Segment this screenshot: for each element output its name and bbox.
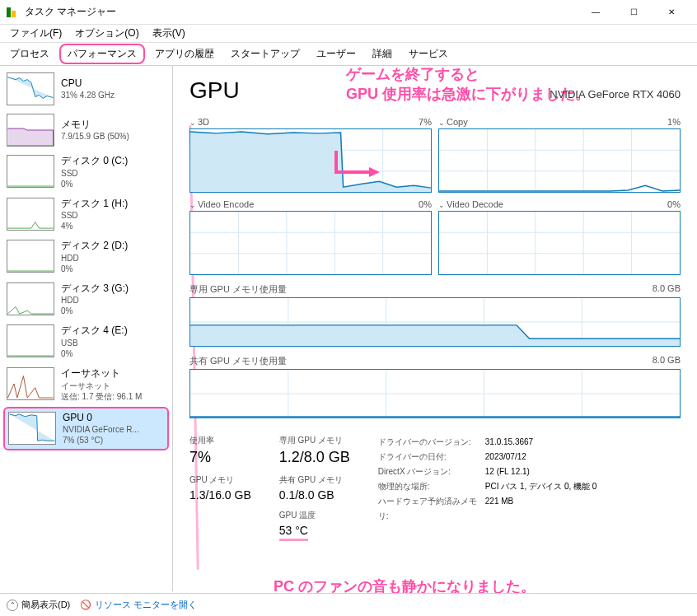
minimize-button[interactable]: — [577,0,615,25]
chevron-down-icon: ⌄ [189,201,196,209]
gpu-meta: ドライバーのバージョン:31.0.15.3667 ドライバーの日付:2023/0… [378,435,597,541]
disk2-thumbnail [7,240,54,273]
chevron-down-icon: ⌄ [438,201,445,209]
chart-3d-pct: 7% [419,117,432,127]
ethernet-thumbnail [7,367,54,400]
chart-encode-pct: 0% [419,199,432,209]
chevron-up-icon: ⌃ [7,600,18,611]
ethernet-sub2: 送信: 1.7 受信: 96.1 M [61,391,166,402]
chart-encode-label[interactable]: ⌄Video Encode [189,199,254,209]
sidebar-item-disk4[interactable]: ディスク 4 (E:) USB 0% [3,321,169,362]
sidebar-item-memory[interactable]: メモリ 7.9/15.9 GB (50%) [3,110,169,150]
chart-shared-label: 共有 GPU メモリ使用量 [189,355,287,367]
chart-decode[interactable] [438,211,681,275]
simple-view-button[interactable]: ⌃ 簡易表示(D) [7,599,70,611]
taskmgr-icon [7,6,20,19]
close-button[interactable]: ✕ [653,0,690,25]
tab-processes[interactable]: プロセス [3,44,56,63]
meta-directx-v: 12 (FL 12.1) [485,464,530,479]
disk4-label: ディスク 4 (E:) [61,324,166,338]
menu-file[interactable]: ファイル(F) [3,25,68,42]
tab-app-history[interactable]: アプリの履歴 [148,44,221,63]
disk4-pct: 0% [61,348,166,359]
gpumem-value: 1.3/16.0 GB [189,488,251,502]
dedicated-value: 1.2/8.0 GB [279,449,350,466]
tab-performance[interactable]: パフォーマンス [59,44,145,64]
ethernet-sub1: イーサネット [61,380,166,391]
disk3-label: ディスク 3 (G:) [61,282,166,296]
meta-directx-k: DirectX バージョン: [378,464,485,479]
svg-marker-6 [190,132,431,192]
tab-users[interactable]: ユーザー [310,44,363,63]
menu-view[interactable]: 表示(V) [146,25,192,42]
disk1-label: ディスク 1 (H:) [61,198,166,211]
chevron-down-icon: ⌄ [438,119,445,127]
disk0-label: ディスク 0 (C:) [61,155,166,168]
memory-thumbnail [7,114,54,147]
gpu0-sub1: NVIDIA GeForce R... [63,424,164,435]
gpu0-thumbnail [8,412,56,445]
disk3-thumbnail [7,282,54,315]
chart-decode-pct: 0% [667,199,681,209]
meta-reserved-v: 221 MB [485,494,513,524]
sidebar-item-disk1[interactable]: ディスク 1 (H:) SSD 4% [3,194,169,236]
meta-driver-version-v: 31.0.15.3667 [485,435,533,450]
memory-label: メモリ [61,119,166,132]
chart-dedicated-memory[interactable] [189,297,681,347]
chart-encode[interactable] [189,211,432,275]
memory-stats: 7.9/15.9 GB (50%) [61,131,166,142]
gpu-panel: GPU NVIDIA GeForce RTX 4060 ⌄3D 7% [173,66,697,591]
tab-details[interactable]: 詳細 [366,44,399,63]
disk1-type: SSD [61,210,166,221]
chart-dedicated-max: 8.0 GB [653,283,681,296]
chart-copy-label[interactable]: ⌄Copy [438,117,468,127]
chart-3d-label[interactable]: ⌄3D [189,117,209,127]
disk3-type: HDD [61,295,166,306]
simple-view-label: 簡易表示(D) [21,599,70,611]
menubar: ファイル(F) オプション(O) 表示(V) [0,25,697,43]
chart-decode-label[interactable]: ⌄Video Decode [438,199,503,209]
disk0-type: SSD [61,168,166,179]
tabbar: プロセス パフォーマンス アプリの履歴 スタートアップ ユーザー 詳細 サービス [0,43,697,66]
menu-options[interactable]: オプション(O) [68,25,145,42]
gpu-stats: 使用率 7% GPU メモリ 1.3/16.0 GB 専用 GPU メモリ 1.… [189,435,681,541]
cpu-label: CPU [61,77,166,91]
sidebar-item-disk2[interactable]: ディスク 2 (D:) HDD 0% [3,236,169,278]
sidebar-item-ethernet[interactable]: イーサネット イーサネット 送信: 1.7 受信: 96.1 M [3,364,169,405]
sidebar-item-cpu[interactable]: CPU 31% 4.28 GHz [3,69,169,109]
disk4-thumbnail [7,324,54,357]
performance-sidebar: CPU 31% 4.28 GHz メモリ 7.9/15.9 GB (50%) デ… [0,66,173,591]
sidebar-item-disk0[interactable]: ディスク 0 (C:) SSD 0% [3,152,169,193]
disk0-thumbnail [7,155,54,188]
gpu0-label: GPU 0 [63,412,164,425]
sidebar-item-disk3[interactable]: ディスク 3 (G:) HDD 0% [3,279,169,320]
disk2-label: ディスク 2 (D:) [61,240,166,253]
cpu-thumbnail [7,72,54,105]
usage-value: 7% [189,449,251,466]
window-controls: — ☐ ✕ [577,0,690,25]
sidebar-item-gpu0[interactable]: GPU 0 NVIDIA GeForce R... 7% (53 °C) [3,407,169,451]
disk2-type: HDD [61,253,166,264]
tab-startup[interactable]: スタートアップ [224,44,306,63]
resource-monitor-link[interactable]: 🚫 リソース モニターを開く [80,599,197,611]
usage-label: 使用率 [189,435,251,446]
meta-location-v: PCI バス 1, デバイス 0, 機能 0 [485,479,597,494]
svg-marker-31 [190,325,680,346]
meta-driver-version-k: ドライバーのバージョン: [378,435,485,450]
chart-copy[interactable] [438,128,681,193]
meta-location-k: 物理的な場所: [378,479,485,494]
main-content: CPU 31% 4.28 GHz メモリ 7.9/15.9 GB (50%) デ… [0,66,697,591]
shared-value: 0.1/8.0 GB [279,488,350,502]
titlebar: タスク マネージャー — ☐ ✕ [0,0,697,25]
shared-label: 共有 GPU メモリ [279,474,350,486]
chart-3d[interactable] [189,128,432,193]
gpumem-label: GPU メモリ [189,474,251,486]
cpu-stats: 31% 4.28 GHz [61,90,166,100]
resource-monitor-icon: 🚫 [80,600,91,610]
disk1-thumbnail [7,198,54,231]
maximize-button[interactable]: ☐ [615,0,653,25]
gpu0-sub2: 7% (53 °C) [63,435,164,446]
chart-shared-memory[interactable] [189,369,681,418]
gpu-title: GPU [189,77,240,104]
tab-services[interactable]: サービス [402,44,455,63]
